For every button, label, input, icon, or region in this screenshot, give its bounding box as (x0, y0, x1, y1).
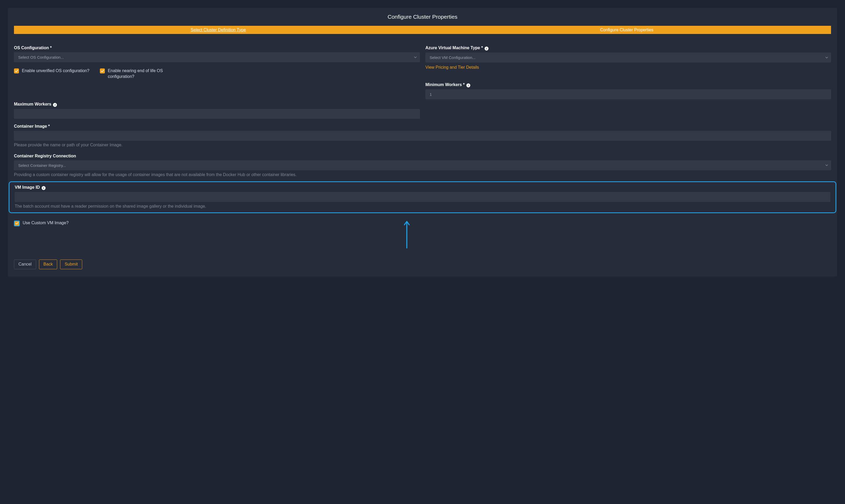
container-image-label: Container Image * (14, 124, 831, 129)
enable-eol-label: Enable nearing end of life OS configurat… (108, 68, 179, 80)
info-icon[interactable]: i (53, 103, 57, 107)
vm-image-id-label: VM Image ID i (15, 185, 830, 190)
cancel-button[interactable]: Cancel (14, 259, 36, 269)
pricing-link[interactable]: View Pricing and Tier Details (426, 65, 479, 70)
container-registry-help: Providing a custom container registry wi… (14, 173, 831, 177)
step-configure-properties[interactable]: Configure Cluster Properties (422, 26, 831, 34)
back-button[interactable]: Back (39, 259, 57, 269)
min-workers-input[interactable] (426, 89, 831, 99)
enable-eol-checkbox[interactable] (100, 68, 105, 73)
max-workers-label: Maximum Workers i (14, 102, 420, 107)
container-image-help: Please provide the name or path of your … (14, 143, 831, 147)
submit-button[interactable]: Submit (60, 259, 82, 269)
wizard-steps: Select Cluster Definition Type Configure… (14, 26, 831, 34)
enable-unverified-label: Enable unverified OS configuration? (22, 68, 89, 74)
container-registry-select[interactable]: Select Container Registry... (14, 161, 831, 170)
step-select-definition-type[interactable]: Select Cluster Definition Type (14, 26, 422, 34)
info-icon[interactable]: i (485, 47, 488, 51)
info-icon[interactable]: i (41, 186, 46, 190)
container-image-input[interactable] (14, 131, 831, 141)
vm-type-label: Azure Virtual Machine Type * i (426, 46, 831, 51)
vm-type-select[interactable]: Select VM Configuration... (426, 53, 831, 62)
max-workers-input[interactable] (14, 109, 420, 119)
os-configuration-label: OS Configuration * (14, 46, 420, 50)
vm-image-id-input[interactable] (15, 192, 830, 202)
vm-image-id-highlight: VM Image ID i The batch account must hav… (9, 181, 836, 213)
container-registry-label: Container Registry Connection (14, 154, 831, 159)
configure-cluster-panel: Configure Cluster Properties Select Clus… (8, 8, 837, 276)
enable-unverified-checkbox[interactable] (14, 68, 19, 73)
min-workers-label: Minimum Workers * i (426, 83, 831, 87)
vm-image-id-help: The batch account must have a reader per… (15, 204, 830, 209)
arrow-up-icon (403, 219, 411, 250)
info-icon[interactable]: i (466, 84, 470, 87)
os-configuration-select[interactable]: Select OS Configuration... (14, 52, 420, 62)
page-title: Configure Cluster Properties (14, 14, 831, 20)
